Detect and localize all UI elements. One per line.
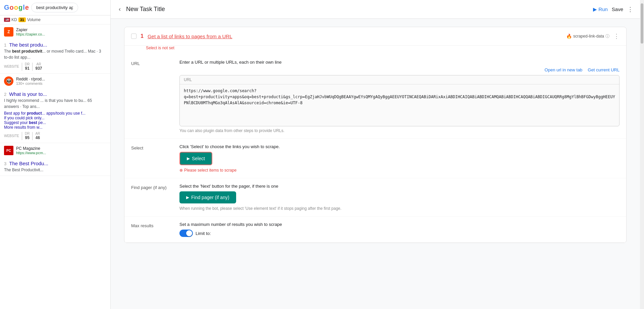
reddit-link-2[interactable]: If you could pick only... — [4, 116, 106, 120]
select-label: Select — [131, 144, 171, 150]
pcmag-name: PC Magazine — [16, 146, 46, 151]
reddit-name: Reddit · r/prod... — [16, 77, 45, 81]
save-button[interactable]: Save — [612, 6, 623, 12]
select-error: ⊗ Please select items to scrape — [179, 168, 620, 173]
url-field-label: URL — [180, 75, 619, 84]
url-textarea[interactable]: https://www.google.com/search?q=best+pro… — [180, 84, 619, 125]
pager-helper-text: When running the bot, please select 'Use… — [179, 206, 620, 211]
select-section: Select Click 'Select' to choose the link… — [124, 139, 626, 178]
back-button[interactable]: ‹ — [117, 4, 122, 14]
task-title: New Task Title — [126, 6, 589, 13]
kd-label: KD — [11, 17, 17, 22]
reddit-link-3[interactable]: Suggest your best pe... — [4, 120, 106, 125]
result-snippet-1: The best productivit... or moved Trello … — [4, 48, 106, 60]
select-cursor-icon: ▶ — [187, 156, 190, 161]
toggle-label: Limit to: — [196, 231, 211, 236]
task-number: 1 — [141, 33, 144, 39]
zapier-name: Zapier — [16, 27, 45, 32]
reddit-link-4[interactable]: More results from w... — [4, 125, 106, 130]
card-menu-button[interactable]: ⋮ — [613, 33, 620, 40]
flag-icon: 🇺🇸 — [4, 18, 10, 22]
scraped-badge: 🔥 scraped-link-data ⓘ — [566, 34, 609, 39]
search-result-1: 1 The best produ... The best productivit… — [0, 39, 110, 74]
url-helper-text: You can also plugin data from other step… — [179, 128, 620, 133]
kd-badge: 31 — [18, 17, 26, 22]
result-snippet-2: I highly recommend ... is that you have … — [4, 98, 106, 110]
url-section: URL Enter a URL or multiple URLs, each o… — [124, 54, 626, 139]
volume-label: Volume — [27, 17, 41, 22]
find-pager-button[interactable]: ▶ Find pager (if any) — [179, 191, 236, 203]
top-bar: ‹ New Task Title ▶ Run Save ⋮ — [111, 0, 640, 19]
find-pager-description: Select the 'Next' button for the pager, … — [179, 184, 620, 189]
reddit-comments: 130+ comments — [16, 81, 45, 85]
reddit-entry: 👽 Reddit · r/prod... 130+ comments — [0, 74, 110, 88]
task-heading: Get a list of links to pages from a URL — [148, 34, 562, 39]
search-result-2: 2 What is your to... I highly recommend … — [0, 88, 110, 143]
max-results-content: Set a maximum number of results you wish… — [179, 222, 620, 237]
website-stats-2: WEBSITE DR 95 AR 46 — [4, 132, 106, 140]
result-number-1: 1 — [4, 43, 6, 48]
select-description: Click 'Select' to choose the links you w… — [179, 144, 620, 149]
scrollbar-thumb[interactable] — [641, 3, 643, 44]
result-title-1[interactable]: The best produ... — [9, 42, 47, 48]
run-icon: ▶ — [593, 6, 597, 12]
task-checkbox[interactable] — [131, 34, 137, 39]
search-input[interactable] — [31, 3, 78, 12]
limit-toggle[interactable] — [179, 230, 193, 237]
url-textarea-wrapper: URL https://www.google.com/search?q=best… — [179, 75, 620, 126]
scrollbar-track — [640, 0, 644, 309]
scraped-label: scraped-link-data — [573, 34, 604, 39]
result-number-2: 2 — [4, 92, 6, 97]
url-link-row: Open url in new tab Get current URL — [179, 67, 620, 72]
find-pager-content: Select the 'Next' button for the pager, … — [179, 184, 620, 211]
error-message: Please select items to scrape — [184, 168, 236, 173]
run-button[interactable]: ▶ Run — [593, 6, 608, 12]
pager-cursor-icon: ▶ — [186, 195, 189, 200]
result-title-3[interactable]: The Best Produ... — [9, 161, 48, 166]
result-title-2[interactable]: What is your to... — [9, 91, 47, 97]
fire-icon: 🔥 — [566, 34, 572, 39]
search-bar: Google — [0, 0, 110, 15]
info-icon[interactable]: ⓘ — [605, 34, 609, 39]
select-button-label: Select — [192, 156, 205, 161]
result-number-3: 3 — [4, 161, 6, 166]
select-content: Click 'Select' to choose the links you w… — [179, 144, 620, 173]
more-options-button[interactable]: ⋮ — [627, 6, 633, 13]
google-logo: Google — [4, 4, 29, 11]
search-meta: 🇺🇸 KD 31 Volume — [0, 15, 110, 24]
task-editor-panel: ‹ New Task Title ▶ Run Save ⋮ 1 Get a li… — [111, 0, 640, 309]
zapier-url: https://zapier.co... — [16, 32, 45, 36]
toggle-knob — [186, 230, 192, 236]
reddit-links: Best app for product... apps/tools you u… — [4, 111, 106, 130]
error-icon: ⊗ — [179, 168, 183, 173]
open-tab-button[interactable]: Open url in new tab — [545, 67, 583, 72]
url-description: Enter a URL or multiple URLs, each on th… — [179, 60, 620, 65]
google-search-panel: Google 🇺🇸 KD 31 Volume Z Zapier https://… — [0, 0, 111, 309]
pcmag-icon: PC — [4, 146, 13, 155]
limit-toggle-row: Limit to: — [179, 230, 620, 237]
task-card: 1 Get a list of links to pages from a UR… — [124, 27, 627, 243]
task-card-header: 1 Get a list of links to pages from a UR… — [124, 27, 626, 46]
find-pager-section: Find pager (if any) Select the 'Next' bu… — [124, 178, 626, 217]
search-result-3: 3 The Best Produ... The Best Productivit… — [0, 158, 110, 176]
pcmag-entry: PC PC Magazine https://www.pcm... — [0, 143, 110, 158]
result-snippet-3: The Best Productivit... — [4, 167, 106, 173]
url-label: URL — [131, 60, 171, 66]
website-stats-1: WEBSITE DR 91 AR 937 — [4, 62, 106, 71]
get-current-url-button[interactable]: Get current URL — [588, 67, 620, 72]
zapier-icon: Z — [4, 27, 13, 37]
pcmag-url: https://www.pcm... — [16, 151, 46, 155]
zapier-entry: Z Zapier https://zapier.co... — [0, 24, 110, 39]
select-button[interactable]: ▶ Select — [179, 152, 212, 165]
reddit-icon: 👽 — [4, 76, 13, 86]
max-results-section: Max results Set a maximum number of resu… — [124, 217, 626, 243]
content-area: 1 Get a list of links to pages from a UR… — [111, 19, 640, 309]
reddit-link-1[interactable]: Best app for product... apps/tools you u… — [4, 111, 106, 116]
url-content: Enter a URL or multiple URLs, each on th… — [179, 60, 620, 133]
find-pager-label: Find pager (if any) — [131, 184, 171, 190]
find-pager-button-label: Find pager (if any) — [191, 195, 229, 200]
status-text: Select is not set — [139, 46, 626, 54]
max-results-description: Set a maximum number of results you wish… — [179, 222, 620, 227]
max-results-label: Max results — [131, 222, 171, 228]
